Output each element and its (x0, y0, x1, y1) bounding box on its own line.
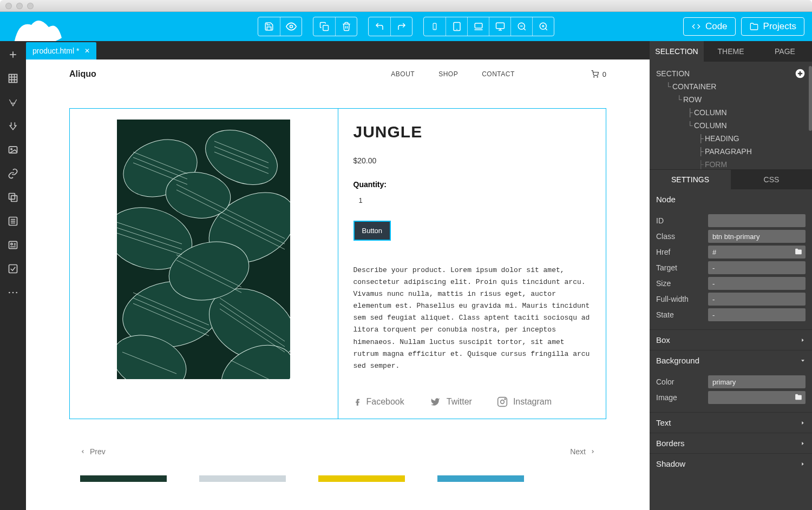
tree-section[interactable]: SECTION (656, 67, 806, 80)
window-close-dot[interactable] (5, 3, 12, 9)
nav-shop[interactable]: SHOP (438, 70, 458, 78)
state-select[interactable]: - (708, 308, 806, 321)
code-button[interactable]: Code (683, 17, 736, 36)
product-price[interactable]: $20.00 (353, 156, 591, 165)
link-icon[interactable] (7, 168, 19, 180)
projects-button[interactable]: Projects (741, 17, 804, 36)
section-background[interactable]: Background (650, 350, 812, 370)
href-input[interactable]: # (708, 246, 806, 259)
size-select[interactable]: - (708, 277, 806, 290)
editor-area: product.html * ✕ Aliquo ABOUT SHOP CONTA… (26, 41, 650, 510)
tree-paragraph[interactable]: ├PARAGRAPH (656, 145, 806, 158)
layers-icon[interactable] (7, 191, 19, 203)
bg-image-input[interactable] (708, 391, 806, 404)
checkbox-icon[interactable] (7, 263, 19, 275)
zoom-in-button[interactable] (532, 17, 554, 36)
tree-column-1[interactable]: ├COLUMN (656, 106, 806, 119)
product-description[interactable]: Describe your product. Lorem ipsum dolor… (353, 264, 591, 372)
scrollbar[interactable] (809, 66, 812, 131)
quantity-label: Quantity: (353, 180, 591, 189)
viewport-mobile[interactable] (424, 17, 446, 36)
more-icon[interactable] (7, 287, 19, 299)
add-icon[interactable] (7, 49, 19, 61)
folder-icon[interactable] (795, 248, 802, 255)
quantity-value[interactable]: 1 (353, 196, 591, 204)
thumb-3[interactable] (318, 475, 405, 482)
bg-image-label: Image (656, 393, 708, 402)
tree-column-2[interactable]: └COLUMN (656, 119, 806, 132)
window-zoom-dot[interactable] (27, 3, 34, 9)
svg-rect-8 (496, 23, 504, 29)
section-node[interactable]: Node (650, 189, 812, 209)
preview-button[interactable] (280, 17, 302, 36)
pager-next[interactable]: Next (570, 447, 595, 456)
tab-selection[interactable]: SELECTION (650, 41, 704, 62)
list-icon[interactable] (7, 215, 19, 227)
tab-theme[interactable]: THEME (704, 41, 758, 62)
product-image[interactable] (117, 120, 290, 379)
section-box[interactable]: Box (650, 329, 812, 350)
svg-point-0 (290, 25, 292, 28)
pager-prev[interactable]: Prev (80, 447, 106, 456)
image-icon[interactable] (7, 144, 19, 156)
section-borders[interactable]: Borders (650, 433, 812, 453)
tree-heading[interactable]: ├HEADING (656, 132, 806, 145)
site-brand[interactable]: Aliquo (69, 69, 96, 79)
subtab-settings[interactable]: SETTINGS (650, 170, 731, 189)
redo-button[interactable] (390, 17, 412, 36)
button-icon[interactable] (7, 120, 19, 132)
tab-page[interactable]: PAGE (758, 41, 812, 62)
selected-button[interactable]: Button (353, 221, 391, 241)
class-input[interactable]: btn btn-primary (708, 230, 806, 243)
svg-rect-29 (9, 194, 15, 200)
tree-container[interactable]: └CONTAINER (656, 80, 806, 93)
file-tab[interactable]: product.html * ✕ (26, 42, 96, 59)
delete-button[interactable] (335, 17, 357, 36)
product-row[interactable]: JUNGLE $20.00 Quantity: 1 Button Describ… (69, 108, 606, 419)
section-shadow[interactable]: Shadow (650, 453, 812, 474)
twitter-icon (429, 397, 441, 407)
svg-point-44 (597, 77, 598, 77)
bg-color-input[interactable]: primary (708, 375, 806, 388)
product-title[interactable]: JUNGLE (353, 123, 591, 141)
undo-button[interactable] (369, 17, 390, 36)
svg-rect-6 (475, 23, 482, 28)
subtab-css[interactable]: CSS (731, 170, 812, 189)
add-node-button[interactable] (795, 68, 806, 79)
viewport-desktop[interactable] (489, 17, 510, 36)
tree-form[interactable]: ├FORM (656, 158, 806, 170)
thumb-4[interactable] (437, 475, 524, 482)
canvas[interactable]: Aliquo ABOUT SHOP CONTACT 0 (26, 59, 650, 510)
share-twitter[interactable]: Twitter (429, 397, 472, 407)
window-chrome (0, 0, 812, 12)
product-details-col[interactable]: JUNGLE $20.00 Quantity: 1 Button Describ… (338, 109, 606, 419)
nav-contact[interactable]: CONTACT (482, 70, 515, 78)
grid-icon[interactable] (7, 72, 19, 84)
pager: Prev Next (80, 447, 595, 456)
zoom-out-button[interactable] (510, 17, 532, 36)
copy-button[interactable] (313, 17, 335, 36)
close-tab-icon[interactable]: ✕ (84, 47, 90, 55)
share-instagram[interactable]: Instagram (497, 396, 552, 407)
fullwidth-select[interactable]: - (708, 293, 806, 306)
product-image-col[interactable] (70, 109, 338, 419)
cart[interactable]: 0 (591, 70, 606, 78)
folder-icon[interactable] (795, 393, 802, 401)
tree-row[interactable]: └ROW (656, 93, 806, 106)
save-button[interactable] (258, 17, 280, 36)
target-select[interactable]: - (708, 261, 806, 274)
svg-point-43 (593, 77, 594, 77)
share-facebook[interactable]: Facebook (353, 396, 404, 408)
thumb-1[interactable] (80, 475, 167, 482)
thumb-2[interactable] (199, 475, 286, 482)
viewport-tablet[interactable] (446, 17, 467, 36)
text-icon[interactable] (7, 96, 19, 108)
nav-about[interactable]: ABOUT (391, 70, 415, 78)
card-icon[interactable] (7, 239, 19, 251)
chevron-right-icon (800, 337, 806, 343)
viewport-laptop[interactable] (467, 17, 489, 36)
section-node-body: ID Classbtn btn-primary Href# Target- Si… (650, 209, 812, 329)
section-text[interactable]: Text (650, 412, 812, 433)
id-input[interactable] (708, 214, 806, 227)
window-minimize-dot[interactable] (16, 3, 23, 9)
